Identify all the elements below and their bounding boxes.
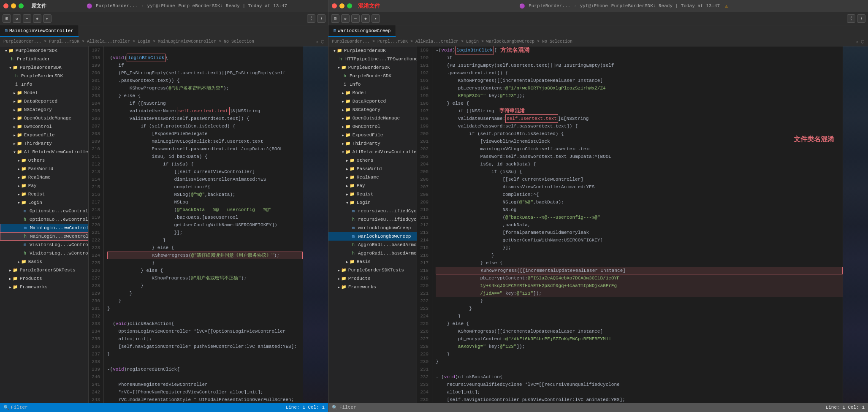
right-sidebar-item-realname[interactable]: ▶ 📁 RealName — [328, 173, 417, 182]
code-line-239: -(void)registeredBtnClick{ — [107, 366, 303, 373]
right-minimize-btn[interactable] — [339, 3, 344, 8]
sidebar-item-visitors-m[interactable]: m VisitorsLog...wController — [0, 241, 88, 249]
right-sidebar-item-exposedfile[interactable]: ▶ 📁 ExposedFile — [328, 131, 417, 139]
right-toolbar-btn-5[interactable]: ▸ — [372, 14, 380, 23]
right-sidebar-item-nscategory[interactable]: ▶ 📁 NSCategory — [328, 106, 417, 114]
right-toolbar-btn-6[interactable]: ⟨ — [847, 14, 855, 23]
right-sidebar-item-frameworks[interactable]: ▶ 📁 Frameworks — [328, 283, 417, 291]
right-sidebar-item-regist[interactable]: ▶ 📁 Regist — [328, 190, 417, 198]
left-filter-icon: 🔍 — [3, 405, 9, 410]
right-filter-label[interactable]: Filter — [339, 405, 356, 410]
sidebar-item-frameworks[interactable]: ▶ 📁 Frameworks — [0, 283, 88, 291]
right-toolbar-btn-3[interactable]: ⋯ — [351, 14, 360, 23]
sidebar-item-sdk-h[interactable]: h PurpleBorderSDK — [0, 72, 88, 80]
sidebar-item-visitors-h[interactable]: h VisitorsLog...wController — [0, 249, 88, 258]
sidebar-label: Login — [28, 200, 42, 205]
right-sidebar-item-others[interactable]: ▶ 📁 Others — [328, 156, 417, 165]
right-sidebar-item-thirdparty[interactable]: ▶ 📁 ThirdParty — [328, 139, 417, 148]
sidebar-item-sdktests[interactable]: ▶ 📁 PurpleBorderSDKTests — [0, 266, 88, 274]
right-sidebar-item-model[interactable]: ▶ 📁 Model — [328, 89, 417, 97]
sidebar-item-realname[interactable]: ▶ 📁 RealName — [0, 173, 88, 182]
right-sidebar-item-sdktests[interactable]: ▶ 📁 PurpleBorderSDKTests — [328, 266, 417, 274]
folder-icon: 📁 — [21, 157, 27, 163]
folder-icon: 📁 — [16, 90, 22, 96]
right-sidebar-item-recursive-m[interactable]: m recursiveu...ifiedCyclone — [328, 207, 417, 215]
sidebar-item-mainlogin-h[interactable]: h MainLogin...ewController — [0, 232, 88, 241]
right-sidebar-item-sdk-h[interactable]: h PurpleBorderSDK — [328, 72, 417, 80]
sidebar-item-datareported[interactable]: ▶ 📁 DataReported — [0, 97, 88, 106]
right-toolbar-btn-4[interactable]: ◈ — [361, 14, 370, 23]
sidebar-item-exposedfile[interactable]: ▶ 📁 ExposedFile — [0, 131, 88, 139]
left-toolbar-btn-4[interactable]: ◈ — [33, 14, 41, 23]
right-close-btn[interactable] — [332, 3, 337, 8]
left-close-btn[interactable] — [3, 3, 8, 8]
right-sidebar-item-aggro-h[interactable]: h AggroRadi...basedArmor — [328, 241, 417, 249]
sidebar-item-purplebordersdk-root[interactable]: ▼ 📁 PurpleBorderSDK — [0, 46, 88, 55]
right-sidebar-item-warlock-m[interactable]: m warlockLongbowCreep — [328, 224, 417, 232]
right-sidebar-item-sdk-folder[interactable]: ▼ 📁 PurpleBorderSDK — [328, 63, 417, 72]
left-toolbar-btn-7[interactable]: ⟩ — [317, 14, 326, 23]
left-sidebar[interactable]: ▼ 📁 PurpleBorderSDK h PrefixHeader ▼ 📁 P… — [0, 46, 89, 403]
left-minimize-btn[interactable] — [11, 3, 16, 8]
sidebar-item-model[interactable]: ▶ 📁 Model — [0, 89, 88, 97]
sidebar-item-pay[interactable]: ▶ 📁 Pay — [0, 182, 88, 190]
sidebar-label: Info — [350, 82, 361, 87]
sidebar-label: PurpleBorderSDKTests — [20, 268, 76, 273]
sidebar-item-prefixheader[interactable]: h PrefixHeader — [0, 55, 88, 63]
sidebar-label: warlockLongbowCreep — [358, 234, 411, 239]
file-m-icon: m — [22, 225, 28, 231]
right-sidebar-item-owncontrol[interactable]: ▶ 📁 OwnControl — [328, 122, 417, 131]
right-sidebar-item-basis[interactable]: ▶ 📁 Basis — [328, 258, 417, 266]
right-sidebar-item-pay[interactable]: ▶ 📁 Pay — [328, 182, 417, 190]
left-toolbar-btn-5[interactable]: ▸ — [43, 14, 52, 23]
sidebar-item-login[interactable]: ▼ 📁 Login — [0, 198, 88, 207]
right-status-bar: 🔍 Filter Line: 1 Col: 1 — [328, 403, 868, 412]
right-toolbar-btn-7[interactable]: ⟩ — [857, 14, 865, 23]
left-tab-main[interactable]: m MainLoginViewController — [0, 25, 79, 37]
sidebar-item-products[interactable]: ▶ 📁 Products — [0, 274, 88, 283]
right-code-area[interactable]: 189 190 191 192 193 194 195 196 197 198 … — [417, 46, 868, 403]
right-sidebar-item-openoutsidemanage[interactable]: ▶ 📁 OpenOutsideManage — [328, 114, 417, 122]
left-toolbar-btn-2[interactable]: ↺ — [13, 14, 21, 23]
right-sidebar-item-http[interactable]: h HTTPpipeline...TPSwordHoney — [328, 55, 417, 63]
right-sidebar[interactable]: ▼ 📁 PurpleBorderSDK h HTTPpipeline...TPS… — [328, 46, 417, 403]
left-maximize-btn[interactable] — [19, 3, 24, 8]
sidebar-item-regist[interactable]: ▶ 📁 Regist — [0, 190, 88, 198]
right-sidebar-item-recursive-h[interactable]: h recursiveu...ifiedCyclone — [328, 215, 417, 224]
sidebar-item-openoutsidemanage[interactable]: ▶ 📁 OpenOutsideManage — [0, 114, 88, 122]
sidebar-item-nscategory[interactable]: ▶ 📁 NSCategory — [0, 106, 88, 114]
sidebar-item-mainlogin-m[interactable]: m MainLogin...ewController — [0, 224, 88, 232]
left-filter-label[interactable]: Filter — [11, 405, 28, 410]
right-sidebar-item-warlock-selected[interactable]: m warlockLongbowCreep — [328, 232, 417, 241]
sidebar-item-passworld[interactable]: ▶ 📁 PassWorld — [0, 165, 88, 173]
right-sidebar-item-aggro-h2[interactable]: h AggroRadi...basedArmor — [328, 249, 417, 258]
sidebar-item-info[interactable]: i Info — [0, 80, 88, 89]
right-sidebar-item-info[interactable]: i Info — [328, 80, 417, 89]
chevron-down-icon: ▼ — [5, 49, 7, 53]
left-code-area[interactable]: 197 198 199 200 201 202 203 204 205 206 … — [89, 46, 328, 403]
right-sidebar-item-datareported[interactable]: ▶ 📁 DataReported — [328, 97, 417, 106]
right-code-line-189: -(void)loginBtnClick{ 方法名混淆 — [436, 46, 843, 54]
left-toolbar-btn-3[interactable]: ⋯ — [23, 14, 31, 23]
sidebar-item-thirdparty[interactable]: ▶ 📁 ThirdParty — [0, 139, 88, 148]
right-sidebar-item-root[interactable]: ▼ 📁 PurpleBorderSDK — [328, 46, 417, 55]
sidebar-item-options-h[interactable]: h OptionsLo...ewController — [0, 215, 88, 224]
right-sidebar-item-allrelated[interactable]: ▼ 📁 AllRelatedViewController — [328, 148, 417, 156]
sidebar-item-options-m[interactable]: m OptionsLo...ewController — [0, 207, 88, 215]
right-maximize-btn[interactable] — [347, 3, 352, 8]
left-toolbar-btn-6[interactable]: ⟨ — [307, 14, 315, 23]
right-tab-main[interactable]: m warlock​LongbowCreep — [328, 25, 396, 37]
sidebar-item-basis[interactable]: ▶ 📁 Basis — [0, 258, 88, 266]
sidebar-item-allrelated[interactable]: ▼ 📁 AllRelatedViewController — [0, 148, 88, 156]
right-sidebar-item-login[interactable]: ▼ 📁 Login — [328, 198, 417, 207]
right-toolbar-btn-1[interactable]: ⊞ — [331, 14, 339, 23]
sidebar-item-owncontrol[interactable]: ▶ 📁 OwnControl — [0, 122, 88, 131]
right-sidebar-item-products[interactable]: ▶ 📁 Products — [328, 274, 417, 283]
right-code-line-199: validatePassword:self.passwordtext.text]… — [436, 122, 843, 130]
sidebar-item-others[interactable]: ▶ 📁 Others — [0, 156, 88, 165]
sidebar-item-sdk-folder[interactable]: ▼ 📁 PurpleBorderSDK — [0, 63, 88, 72]
right-sidebar-item-passworld[interactable]: ▶ 📁 PassWorld — [328, 165, 417, 173]
left-toolbar-btn-1[interactable]: ⊞ — [3, 14, 11, 23]
text-highlight: self.usertext.text — [177, 107, 230, 115]
right-toolbar-btn-2[interactable]: ↺ — [341, 14, 350, 23]
